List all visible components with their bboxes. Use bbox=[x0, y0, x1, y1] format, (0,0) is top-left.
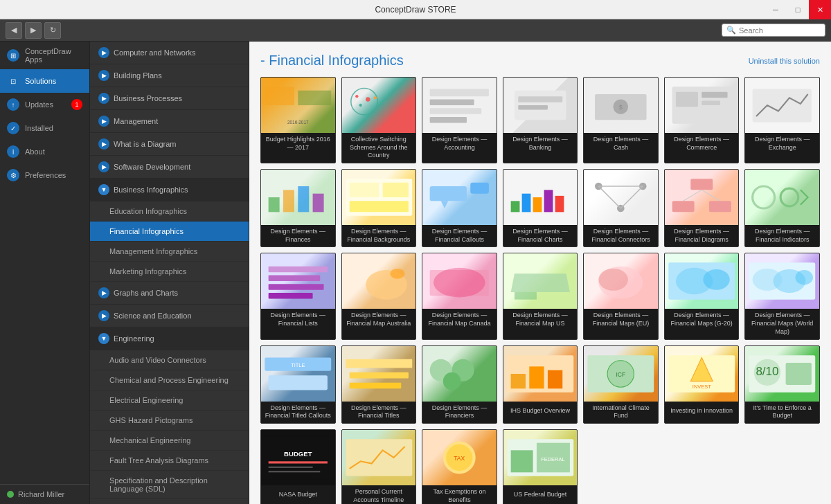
card-c25[interactable]: IHS Budget Overview bbox=[503, 345, 578, 424]
nav-icon-sd: ▶ bbox=[98, 161, 109, 172]
sidebar-item-apps[interactable]: ⊞ ConceptDraw Apps bbox=[0, 42, 89, 69]
nav-label-bp: Building Plans bbox=[114, 71, 162, 80]
card-c17[interactable]: Design Elements — Financial Map Canada bbox=[422, 253, 497, 339]
card-label-c30: Personal Current Accounts Timeline bbox=[342, 485, 416, 504]
card-c18[interactable]: Design Elements — Financial Map US bbox=[503, 253, 578, 339]
back-button[interactable]: ◀ bbox=[6, 22, 22, 39]
nav-sub-financial[interactable]: Financial Infographics bbox=[90, 222, 249, 242]
card-c23[interactable]: Design Elements — Financial Titles bbox=[341, 345, 417, 424]
svg-rect-13 bbox=[518, 96, 562, 102]
forward-button[interactable]: ▶ bbox=[25, 22, 42, 39]
card-c12[interactable]: Design Elements — Financial Connectors bbox=[583, 169, 659, 247]
card-c32[interactable]: FEDERAL US Federal Budget bbox=[503, 429, 578, 504]
card-label-c6: Design Elements — Commerce bbox=[665, 133, 739, 154]
main-layout: ⊞ ConceptDraw Apps ⊡ Solutions ↑ Updates… bbox=[0, 42, 831, 504]
cards-grid: 2016-2017 Budget Highlights 2016 — 2017 … bbox=[260, 77, 820, 504]
svg-rect-61 bbox=[515, 292, 537, 300]
uninstall-link[interactable]: Uninstall this solution bbox=[749, 57, 820, 65]
card-c7[interactable]: Design Elements — Exchange bbox=[744, 77, 820, 163]
nav-label-eng: Engineering bbox=[114, 334, 154, 343]
card-c24[interactable]: Design Elements — Financiers bbox=[422, 345, 497, 424]
svg-rect-26 bbox=[313, 194, 324, 213]
card-c30[interactable]: Personal Current Accounts Timeline bbox=[341, 429, 417, 504]
card-c9[interactable]: Design Elements — Financial Backgrounds bbox=[341, 169, 417, 247]
nav-software-dev[interactable]: ▶ Software Development bbox=[90, 156, 249, 179]
nav-sub-marketing[interactable]: Marketing Infographics bbox=[90, 262, 249, 282]
svg-rect-97 bbox=[269, 467, 313, 468]
nav-sub-management[interactable]: Management Infographics bbox=[90, 242, 249, 262]
card-thumb-c24 bbox=[422, 346, 497, 402]
nav-business-infographics[interactable]: ▼ Business Infographics bbox=[90, 179, 249, 201]
nav-sub-sdl[interactable]: Specification and Description Language (… bbox=[90, 471, 249, 499]
nav-business-processes[interactable]: ▶ Business Processes bbox=[90, 87, 249, 110]
card-label-c1: Budget Highlights 2016 — 2017 bbox=[261, 133, 335, 154]
refresh-button[interactable]: ↻ bbox=[44, 22, 61, 39]
nav-sub-fault-tree[interactable]: Fault Tree Analysis Diagrams bbox=[90, 451, 249, 471]
card-c3[interactable]: Design Elements — Accounting bbox=[422, 77, 497, 163]
search-input[interactable] bbox=[739, 26, 822, 35]
nav-sub-chemical[interactable]: Chemical and Process Engineering bbox=[90, 370, 249, 390]
card-c6[interactable]: Design Elements — Commerce bbox=[664, 77, 740, 163]
nav-management[interactable]: ▶ Management bbox=[90, 110, 249, 133]
card-c5[interactable]: $ Design Elements — Cash bbox=[583, 77, 659, 163]
card-c2[interactable]: Collective Switching Schemes Around the … bbox=[341, 77, 417, 163]
card-c20[interactable]: Design Elements — Financial Maps (G-20) bbox=[664, 253, 740, 339]
nav-sub-electrical[interactable]: Electrical Engineering bbox=[90, 390, 249, 411]
card-thumb-c23 bbox=[342, 346, 416, 402]
svg-rect-49 bbox=[709, 201, 731, 212]
card-c19[interactable]: Design Elements — Financial Maps (EU) bbox=[583, 253, 659, 339]
sidebar-item-installed[interactable]: ✓ Installed bbox=[0, 116, 89, 140]
card-c29[interactable]: BUDGET NASA Budget bbox=[260, 429, 336, 504]
card-label-c15: Design Elements — Financial Lists bbox=[261, 309, 335, 330]
card-thumb-c31: TAX bbox=[422, 430, 497, 485]
card-c15[interactable]: Design Elements — Financial Lists bbox=[260, 253, 336, 339]
card-c13[interactable]: Design Elements — Financial Diagrams bbox=[664, 169, 740, 247]
card-thumb-c12 bbox=[584, 170, 658, 225]
maximize-button[interactable]: □ bbox=[787, 0, 809, 19]
card-c14[interactable]: Design Elements — Financial Indicators bbox=[744, 169, 820, 247]
nav-sub-education[interactable]: Education Infographics bbox=[90, 201, 249, 222]
card-label-c17: Design Elements — Financial Map Canada bbox=[422, 309, 497, 330]
card-c21[interactable]: Design Elements — Financial Maps (World … bbox=[744, 253, 820, 339]
card-thumb-c13 bbox=[665, 170, 739, 225]
card-thumb-c9 bbox=[342, 170, 416, 225]
card-c4[interactable]: Design Elements — Banking bbox=[503, 77, 578, 163]
card-c26[interactable]: ICF International Climate Fund bbox=[583, 345, 659, 424]
svg-line-44 bbox=[621, 186, 643, 208]
svg-rect-98 bbox=[269, 471, 321, 472]
card-label-c3: Design Elements — Accounting bbox=[422, 133, 497, 154]
nav-icon-gc: ▶ bbox=[98, 287, 109, 298]
sidebar-label-updates: Updates bbox=[25, 100, 53, 109]
card-label-c31: Tax Exemptions on Benefits bbox=[422, 485, 497, 504]
window-controls: ─ □ ✕ bbox=[765, 0, 831, 19]
nav-icon-wid: ▶ bbox=[98, 138, 109, 150]
card-c31[interactable]: TAX Tax Exemptions on Benefits bbox=[422, 429, 497, 504]
sidebar-item-updates[interactable]: ↑ Updates 1 bbox=[0, 93, 89, 116]
search-box[interactable]: 🔍 bbox=[722, 24, 825, 37]
card-c8[interactable]: Design Elements — Finances bbox=[260, 169, 336, 247]
card-c11[interactable]: Design Elements — Financial Charts bbox=[503, 169, 578, 247]
sidebar-item-preferences[interactable]: ⚙ Preferences bbox=[0, 163, 89, 187]
nav-sub-audio-video[interactable]: Audio and Video Connectors bbox=[90, 350, 249, 370]
close-button[interactable]: ✕ bbox=[809, 0, 831, 19]
card-c27[interactable]: INVEST Investing in Innovation bbox=[664, 345, 740, 424]
sidebar-item-about[interactable]: i About bbox=[0, 140, 89, 163]
svg-text:ICF: ICF bbox=[616, 371, 626, 378]
nav-what-is-diagram[interactable]: ▶ What is a Diagram bbox=[90, 133, 249, 156]
nav-sub-mechanical[interactable]: Mechanical Engineering bbox=[90, 431, 249, 451]
card-c28[interactable]: 8/10 It's Time to Enforce a Budget bbox=[744, 345, 820, 424]
nav-science-education[interactable]: ▶ Science and Education bbox=[90, 305, 249, 327]
card-c10[interactable]: Design Elements — Financial Callouts bbox=[422, 169, 497, 247]
nav-sub-ghs[interactable]: GHS Hazard Pictograms bbox=[90, 411, 249, 431]
card-c22[interactable]: TITLE Design Elements — Financial Titled… bbox=[260, 345, 336, 424]
card-c16[interactable]: Design Elements — Financial Map Australi… bbox=[341, 253, 417, 339]
sidebar-item-solutions[interactable]: ⊡ Solutions bbox=[0, 69, 89, 93]
nav-computer-networks[interactable]: ▶ Computer and Networks bbox=[90, 42, 249, 64]
minimize-button[interactable]: ─ bbox=[765, 0, 787, 19]
card-label-c12: Design Elements — Financial Connectors bbox=[584, 225, 658, 246]
card-c1[interactable]: 2016-2017 Budget Highlights 2016 — 2017 bbox=[260, 77, 336, 163]
nav-graphs-charts[interactable]: ▶ Graphs and Charts bbox=[90, 282, 249, 305]
nav-engineering[interactable]: ▼ Engineering bbox=[90, 327, 249, 350]
nav-building-plans[interactable]: ▶ Building Plans bbox=[90, 64, 249, 87]
svg-text:8/10: 8/10 bbox=[756, 365, 779, 378]
